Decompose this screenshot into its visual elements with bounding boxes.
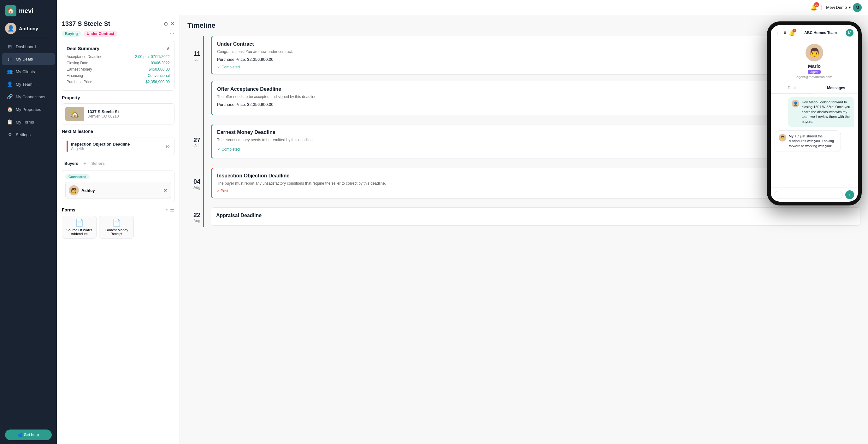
connected-badge: Connected xyxy=(65,174,90,179)
phone-back-button[interactable]: ← xyxy=(775,30,781,36)
more-options-icon[interactable]: ⋯ xyxy=(169,31,175,37)
buyers-sellers-header: Buyers + Sellers xyxy=(62,160,175,167)
sidebar-item-my-deals[interactable]: 🏷 My Deals xyxy=(2,53,55,65)
timeline-event-1: Offer Acceptance Deadline The offer need… xyxy=(187,81,861,116)
chevron-down-icon: ▾ xyxy=(849,5,851,10)
phone-screen: ← ≡ 🔔 ! ABC Homes Team M 👨 Mario Agent a… xyxy=(771,25,858,202)
forms-header: Forms + ☰ xyxy=(62,207,175,213)
message-0: 👤 Hey Mario, looking forward to closing … xyxy=(788,97,854,127)
buying-badge: Buying xyxy=(62,31,81,37)
sidebar-item-settings[interactable]: ⚙ Settings xyxy=(2,129,55,141)
collapse-icon[interactable]: ∨ xyxy=(166,45,170,52)
logo-icon: 🏠 xyxy=(5,5,17,16)
sidebar-item-label: My Deals xyxy=(16,57,33,62)
phone-menu-icon[interactable]: ≡ xyxy=(783,30,786,36)
form-card-1[interactable]: 📄 Earnest Money Receipt xyxy=(99,216,134,239)
form-icon: 📄 xyxy=(65,219,94,227)
phone-tab-messages[interactable]: Messages xyxy=(814,83,858,93)
buyer-row: 👩 Ashley ⊙ xyxy=(69,185,167,195)
milestone-info-icon[interactable]: ⊙ xyxy=(166,143,170,149)
timeline-title: Timeline xyxy=(187,22,861,30)
form-icon: 📄 xyxy=(102,219,131,227)
timeline-event-2: 27 Jul Earnest Money Deadline ↗ The earn… xyxy=(187,124,861,160)
past-badge: ○ Past xyxy=(217,189,228,193)
notifications-button[interactable]: 🔔 10 xyxy=(810,4,817,11)
deal-row-earnest: Earnest Money $450,000.00 xyxy=(67,67,170,72)
sidebar-item-my-connections[interactable]: 🔗 My Connections xyxy=(2,91,55,103)
deal-row-closing: Closing Date 09/06/2022 xyxy=(67,61,170,65)
refresh-icon[interactable]: ⊙ xyxy=(164,21,168,27)
deals-icon: 🏷 xyxy=(7,57,12,62)
sidebar-username: Anthony xyxy=(19,26,38,31)
sidebar-item-label: Settings xyxy=(16,132,31,137)
timeline-container: 11 Jul Under Contract Congratulations! Y… xyxy=(187,36,861,227)
buyers-tab[interactable]: Buyers xyxy=(62,160,81,167)
message-1: 👨 My TC just shared the disclosures with… xyxy=(775,131,841,152)
deal-header-icons: ⊙ ✕ xyxy=(164,21,175,27)
sidebar: 🏠 mevi 👤 Anthony ⊞ Dashboard 🏷 My Deals … xyxy=(0,0,57,444)
forms-icon: 📋 xyxy=(7,119,12,125)
sidebar-item-my-properties[interactable]: 🏠 My Properties xyxy=(2,103,55,115)
milestone-date: Aug 4th xyxy=(71,146,166,151)
header-user[interactable]: Mevi Demo ▾ M xyxy=(826,3,862,12)
forms-add-button[interactable]: + xyxy=(165,207,168,213)
sidebar-item-my-team[interactable]: 👤 My Team xyxy=(2,78,55,90)
timeline-date-3: 04 Aug xyxy=(187,178,206,190)
phone-message-input[interactable] xyxy=(775,191,843,199)
sidebar-nav: ⊞ Dashboard 🏷 My Deals 👥 My Clients 👤 My… xyxy=(0,39,57,426)
phone-agent-email: agent@mevidemo.com xyxy=(775,75,854,79)
milestone-name: Inspection Objection Deadline xyxy=(71,142,166,146)
forms-actions: + ☰ xyxy=(165,207,175,213)
milestone-bar xyxy=(67,141,68,152)
sidebar-item-dashboard[interactable]: ⊞ Dashboard xyxy=(2,41,55,53)
clients-icon: 👥 xyxy=(7,69,12,74)
buyers-panel: Connected 👩 Ashley ⊙ xyxy=(62,170,175,202)
phone-frame: ← ≡ 🔔 ! ABC Homes Team M 👨 Mario Agent a… xyxy=(767,22,862,205)
milestone-card: Inspection Objection Deadline Aug 4th ⊙ xyxy=(62,137,175,156)
logo-text: mevi xyxy=(19,7,33,14)
deal-row-price: Purchase Price $2,356,900.00 xyxy=(67,80,170,84)
sidebar-item-label: My Forms xyxy=(16,120,34,125)
timeline-date-0: 11 Jul xyxy=(187,50,206,62)
timeline-event-4: 22 Aug Appraisal Deadline xyxy=(187,207,861,227)
phone-notif-icon[interactable]: 🔔 ! xyxy=(789,30,795,36)
sellers-tab[interactable]: Sellers xyxy=(89,160,107,167)
phone-tab-deals[interactable]: Deals xyxy=(771,83,814,93)
avatar: 👤 xyxy=(5,23,17,34)
phone-overlay: ← ≡ 🔔 ! ABC Homes Team M 👨 Mario Agent a… xyxy=(761,15,868,444)
sidebar-item-my-clients[interactable]: 👥 My Clients xyxy=(2,66,55,77)
sidebar-item-my-forms[interactable]: 📋 My Forms xyxy=(2,116,55,128)
phone-logo: M xyxy=(846,29,854,37)
milestone-content: Inspection Objection Deadline Aug 4th xyxy=(71,142,166,151)
msg-text-1: My TC just shared the disclosures with y… xyxy=(789,134,837,148)
forms-list-icon[interactable]: ☰ xyxy=(170,207,175,213)
deal-summary-card: Deal Summary ∨ Acceptance Deadline 2:00 … xyxy=(62,41,175,91)
get-help-button[interactable]: 🔵 Get help xyxy=(5,430,52,440)
sidebar-item-label: My Properties xyxy=(16,107,41,112)
phone-team-name: ABC Homes Team xyxy=(798,31,843,35)
property-image: 🏡 xyxy=(65,107,84,121)
phone-send-button[interactable]: ↑ xyxy=(845,190,854,199)
completed-badge-2: ✓ Completed xyxy=(217,147,240,151)
buyer-info-icon[interactable]: ⊙ xyxy=(163,187,167,194)
buyers-add-button[interactable]: + xyxy=(83,161,86,166)
timeline-card-footer-2: ✓ Completed Jul 10th, 6:00 PM by Anthony xyxy=(217,145,855,153)
settings-icon: ⚙ xyxy=(7,132,12,137)
property-info: 1337 S Steele St Denver, CO 80210 xyxy=(87,109,119,118)
content-area: 1337 S Steele St ⊙ ✕ Buying Under Contra… xyxy=(57,15,868,444)
timeline-card-footer-0: ✓ Completed Jul 10th, 6:00 PM xyxy=(217,65,855,69)
form-cards: 📄 Source Of Water Addendum 📄 Earnest Mon… xyxy=(62,216,175,239)
sidebar-item-label: My Clients xyxy=(16,69,35,74)
close-icon[interactable]: ✕ xyxy=(170,21,175,27)
notif-badge: 10 xyxy=(814,2,819,7)
property-address: Denver, CO 80210 xyxy=(87,114,119,118)
property-name: 1337 S Steele St xyxy=(87,109,119,114)
timeline-event-0: 11 Jul Under Contract Congratulations! Y… xyxy=(187,36,861,76)
form-card-0[interactable]: 📄 Source Of Water Addendum xyxy=(62,216,97,239)
msg-avatar-1: 👨 xyxy=(779,134,786,141)
buyer-avatar: 👩 xyxy=(69,185,79,195)
buyer-card: 👩 Ashley ⊙ xyxy=(65,182,171,199)
phone-agent-info: 👨 Mario Agent agent@mevidemo.com xyxy=(771,39,858,83)
timeline-event-3: 04 Aug Inspection Objection Deadline The… xyxy=(187,168,861,200)
deal-title: 1337 S Steele St xyxy=(62,20,110,27)
